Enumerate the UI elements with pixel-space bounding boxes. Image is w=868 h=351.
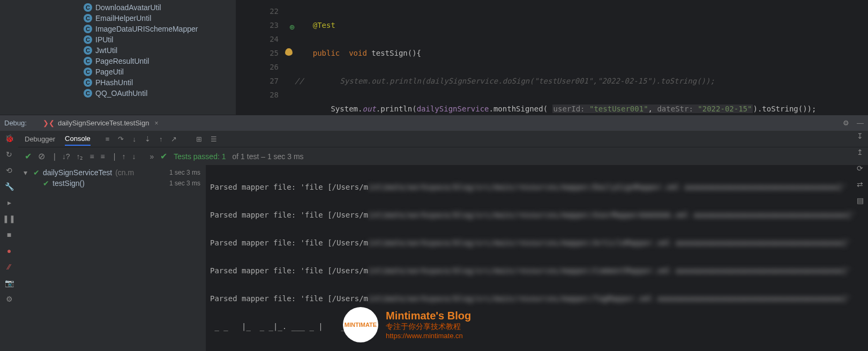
pause-icon[interactable]: ❚❚ xyxy=(3,214,16,223)
code-editor[interactable]: 22 23⊕ 24 25 26 27 28 @Test public void … xyxy=(236,0,868,115)
class-icon: C xyxy=(84,89,92,98)
tree-item[interactable]: CImageDataURISchemeMapper xyxy=(0,24,236,34)
gutter-add-icon[interactable]: ⊕ xyxy=(289,20,295,34)
console-output[interactable]: Parsed mapper file: 'file [/Users/mintim… xyxy=(206,165,868,351)
tree-label: PHashUntil xyxy=(95,78,133,87)
breakpoint-icon[interactable]: ● xyxy=(7,247,11,255)
settings-icon[interactable]: ⚙ xyxy=(6,295,13,303)
project-tree[interactable]: CDownloadAvatarUtil CEmailHelperUntil CI… xyxy=(0,0,236,115)
more-icon[interactable]: ☰ xyxy=(211,135,217,143)
history-icon[interactable]: ⟳ xyxy=(857,164,863,173)
stop-icon[interactable]: ■ xyxy=(7,230,11,239)
test-status-bar: ✔ ⊘ | ↓? ↑₂ ≡ ≡ | ↑ ↓ » ✔ Tests passed: … xyxy=(18,147,868,165)
watermark-sub: 专注于你分享技术教程 xyxy=(386,322,471,332)
tree-item[interactable]: CQQ_OAuthUntil xyxy=(0,88,236,99)
debug-icon[interactable]: 🐞 xyxy=(5,134,14,143)
minimize-icon[interactable]: — xyxy=(857,119,864,127)
list-icon[interactable]: ≡ xyxy=(106,135,110,143)
prohibit-icon[interactable]: ⊘ xyxy=(38,151,45,161)
next-icon[interactable]: ↓ xyxy=(132,152,136,161)
chevron-down-icon[interactable]: ▾ xyxy=(24,168,30,177)
class-icon: C xyxy=(84,35,92,44)
test-root-name: dailySignServiceTest xyxy=(43,168,112,177)
debug-tab[interactable]: ❯❮ dailySignServiceTest.testSign × xyxy=(38,115,164,131)
rerun-failed-icon[interactable]: ⟲ xyxy=(6,166,12,175)
diff-icon[interactable]: ⇄ xyxy=(857,180,863,189)
run-to-cursor-icon[interactable]: ↗ xyxy=(171,135,177,143)
stack-icon[interactable]: ▤ xyxy=(857,196,864,205)
step-into-icon[interactable]: ↓ xyxy=(132,135,136,143)
tree-label: QQ_OAuthUntil xyxy=(95,89,147,98)
tree-label: EmailHelperUntil xyxy=(95,14,151,23)
debug-header: Debug: ❯❮ dailySignServiceTest.testSign … xyxy=(0,115,868,131)
tree-label: DownloadAvatarUtil xyxy=(95,3,161,12)
tree-label: PageUtil xyxy=(95,68,124,76)
step-out-icon[interactable]: ↑ xyxy=(159,135,163,143)
tests-of-info: of 1 test – 1 sec 3 ms xyxy=(233,152,304,161)
class-icon: C xyxy=(84,68,92,76)
tree-item[interactable]: CDownloadAvatarUtil xyxy=(0,2,236,13)
class-icon: C xyxy=(84,78,92,87)
tree-item[interactable]: CPageResultUntil xyxy=(0,56,236,66)
close-icon[interactable]: × xyxy=(154,120,158,127)
export-icon[interactable]: ↥ xyxy=(857,148,863,156)
restart-icon[interactable]: ↻ xyxy=(6,150,12,159)
tree-label: PageResultUntil xyxy=(95,57,149,65)
code-area[interactable]: @Test public void testSign(){ // System.… xyxy=(295,0,868,115)
debug-label: Debug: xyxy=(4,119,27,127)
tree-item[interactable]: CEmailHelperUntil xyxy=(0,13,236,24)
lightbulb-icon[interactable] xyxy=(285,48,293,56)
watermark-logo: MINTIMATE xyxy=(343,307,378,342)
gear-icon[interactable]: ⚙ xyxy=(843,119,849,127)
tree-item[interactable]: CPHashUntil xyxy=(0,77,236,88)
tab-debugger[interactable]: Debugger xyxy=(25,135,55,143)
watermark-title: Mintimate's Blog xyxy=(386,310,471,322)
check-icon: ✔ xyxy=(160,151,167,161)
tree-label: ImageDataURISchemeMapper xyxy=(95,25,198,33)
tree-item[interactable]: CPageUtil xyxy=(0,66,236,77)
class-icon: C xyxy=(84,46,92,55)
sort-down-icon[interactable]: ↓? xyxy=(62,152,70,161)
collapse-icon[interactable]: ≡ xyxy=(101,152,105,161)
import-icon[interactable]: ↧ xyxy=(857,132,863,140)
evaluate-icon[interactable]: ⊞ xyxy=(196,135,202,143)
tab-console[interactable]: Console xyxy=(65,135,91,146)
tree-item[interactable]: CJwtUtil xyxy=(0,45,236,56)
test-pkg: (cn.m xyxy=(115,168,134,177)
wrench-icon[interactable]: 🔧 xyxy=(5,182,14,191)
tree-label: JwtUtil xyxy=(95,46,117,55)
watermark-url: https://www.mintimate.cn xyxy=(386,332,471,340)
line-gutter: 22 23⊕ 24 25 26 27 28 xyxy=(236,0,295,115)
test-time: 1 sec 3 ms xyxy=(169,169,200,176)
step-over-icon[interactable]: ↷ xyxy=(118,135,124,143)
tree-item[interactable]: CIPUtil xyxy=(0,34,236,45)
test-time: 1 sec 3 ms xyxy=(169,180,200,187)
debug-tab-name: dailySignServiceTest.testSign xyxy=(58,119,149,127)
right-toolbar: ↧ ↥ ⟳ ⇄ ▤ xyxy=(852,132,868,205)
test-row-child[interactable]: ✔ testSign() 1 sec 3 ms xyxy=(18,178,206,189)
play-icon[interactable]: ▸ xyxy=(8,198,11,207)
prev-icon[interactable]: ↑ xyxy=(122,152,125,161)
class-icon: C xyxy=(84,57,92,65)
class-icon: C xyxy=(84,3,92,12)
class-icon: C xyxy=(84,25,92,33)
force-step-into-icon[interactable]: ⇣ xyxy=(145,135,151,143)
camera-icon[interactable]: 📷 xyxy=(5,279,14,287)
check-icon: ✔ xyxy=(33,168,40,177)
left-toolbar: 🐞 ↻ ⟲ 🔧 ▸ ❚❚ ■ ● ⁄⁄ 📷 ⚙ xyxy=(0,131,18,351)
class-icon: C xyxy=(84,14,92,23)
check-icon: ✔ xyxy=(43,179,49,188)
test-child-name: testSign() xyxy=(53,179,85,188)
mute-breakpoints-icon[interactable]: ⁄⁄ xyxy=(8,263,11,271)
annotation: @Test xyxy=(313,21,335,29)
test-row-root[interactable]: ▾ ✔ dailySignServiceTest (cn.m 1 sec 3 m… xyxy=(18,167,206,178)
watermark: MINTIMATE Mintimate's Blog 专注于你分享技术教程 ht… xyxy=(343,307,471,342)
test-tree[interactable]: ▾ ✔ dailySignServiceTest (cn.m 1 sec 3 m… xyxy=(18,165,206,351)
sort-up-icon[interactable]: ↑₂ xyxy=(76,152,83,161)
bug-icon: ❯❮ xyxy=(43,119,55,127)
tree-label: IPUtil xyxy=(95,35,113,44)
expand-icon[interactable]: ≡ xyxy=(89,152,94,161)
check-icon[interactable]: ✔ xyxy=(25,151,32,161)
tool-tabs: Debugger Console ≡ ↷ ↓ ⇣ ↑ ↗ ⊞ ☰ xyxy=(18,131,868,147)
